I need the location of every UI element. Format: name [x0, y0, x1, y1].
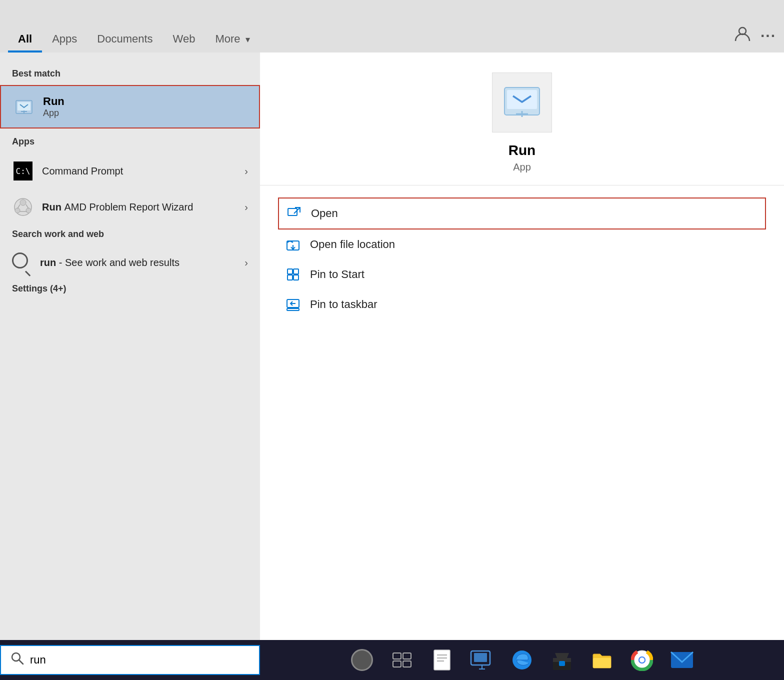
command-prompt-arrow: ›	[244, 166, 248, 177]
tab-documents[interactable]: Documents	[87, 26, 162, 52]
pin-to-taskbar-label: Pin to taskbar	[310, 298, 378, 311]
amd-wizard-label: Run Run AMD Problem Report WizardAMD Pro…	[42, 202, 244, 213]
svg-point-8	[26, 208, 31, 213]
best-match-title: Run	[43, 95, 64, 108]
network-monitor-icon[interactable]	[469, 647, 495, 673]
svg-rect-29	[393, 653, 401, 659]
more-options-button[interactable]: ···	[760, 28, 776, 44]
svg-point-7	[15, 208, 20, 213]
svg-rect-13	[507, 90, 537, 109]
run-app-title: Run	[284, 142, 760, 158]
search-web-icon	[12, 252, 32, 272]
open-icon	[285, 204, 303, 222]
apps-section-label: Apps	[0, 132, 260, 151]
run-icon-container	[284, 72, 760, 132]
list-item[interactable]: Run Run AMD Problem Report WizardAMD Pro…	[0, 189, 260, 225]
main-content: Best match Run App Ap	[0, 52, 784, 655]
run-icon-box	[492, 72, 552, 132]
svg-rect-46	[593, 658, 611, 668]
pin-to-taskbar-action[interactable]: Pin to taskbar	[284, 290, 760, 320]
open-file-location-icon	[284, 236, 302, 254]
file-explorer-icon[interactable]	[429, 647, 455, 673]
tab-bar: All Apps Documents Web More ▾ ···	[0, 0, 784, 52]
settings-label: Settings (4+)	[0, 280, 260, 298]
svg-rect-2	[18, 102, 30, 110]
taskbar-search-box[interactable]	[0, 645, 260, 675]
search-web-text: run - See work and web results	[40, 257, 244, 268]
search-web-label: Search work and web	[0, 225, 260, 244]
list-item[interactable]: run - See work and web results ›	[0, 246, 260, 280]
best-match-subtitle: App	[43, 108, 64, 118]
tab-apps[interactable]: Apps	[42, 26, 87, 52]
person-icon-button[interactable]	[734, 26, 750, 46]
svg-rect-20	[288, 269, 292, 274]
tab-more[interactable]: More ▾	[205, 26, 260, 52]
open-action[interactable]: Open	[278, 198, 766, 230]
tab-bar-right: ···	[734, 26, 776, 52]
svg-point-50	[640, 658, 644, 662]
task-view-icon[interactable]	[389, 647, 415, 673]
edge-browser-icon[interactable]	[509, 647, 535, 673]
run-app-icon-large	[502, 85, 542, 120]
left-panel: Best match Run App Ap	[0, 52, 260, 655]
pin-to-start-icon	[284, 266, 302, 284]
tab-all[interactable]: All	[8, 26, 42, 52]
amd-wizard-arrow: ›	[244, 202, 248, 213]
svg-point-6	[20, 200, 26, 206]
open-file-location-action[interactable]: Open file location	[284, 230, 760, 260]
taskbar-icons	[260, 647, 784, 673]
open-file-location-label: Open file location	[310, 238, 395, 251]
taskbar-search-icon	[11, 652, 24, 668]
pin-to-taskbar-icon	[284, 296, 302, 314]
best-match-item[interactable]: Run App	[0, 85, 260, 128]
command-prompt-icon: C:\	[12, 160, 34, 182]
svg-rect-30	[403, 653, 411, 659]
svg-rect-31	[393, 661, 401, 667]
chrome-icon[interactable]	[629, 647, 655, 673]
best-match-text: Run App	[43, 95, 64, 118]
pin-to-start-action[interactable]: Pin to Start	[284, 260, 760, 290]
taskbar-search-input[interactable]	[30, 654, 249, 666]
right-panel: Run App Open	[260, 52, 784, 655]
amd-wizard-icon	[12, 196, 34, 218]
best-match-label: Best match	[0, 64, 260, 83]
svg-rect-33	[434, 650, 450, 670]
svg-rect-38	[474, 653, 487, 662]
svg-rect-22	[288, 275, 292, 280]
more-dropdown-arrow: ▾	[246, 34, 250, 44]
divider	[260, 185, 784, 186]
run-app-subtitle: App	[284, 162, 760, 173]
svg-rect-25	[287, 308, 299, 310]
cortana-icon[interactable]	[349, 647, 375, 673]
search-web-arrow: ›	[244, 257, 248, 268]
open-label: Open	[311, 207, 338, 220]
taskbar	[0, 640, 784, 680]
svg-rect-23	[294, 275, 298, 280]
svg-line-28	[19, 660, 23, 664]
svg-rect-21	[294, 269, 298, 274]
pin-to-start-label: Pin to Start	[310, 268, 364, 281]
files-icon[interactable]	[589, 647, 615, 673]
store-icon[interactable]	[549, 647, 575, 673]
list-item[interactable]: C:\ Command Prompt ›	[0, 153, 260, 189]
run-app-icon-small	[13, 96, 35, 118]
tab-bar-left: All Apps Documents Web More ▾	[8, 26, 260, 52]
tab-web[interactable]: Web	[163, 26, 206, 52]
mail-icon[interactable]	[669, 647, 695, 673]
svg-rect-45	[559, 661, 565, 666]
command-prompt-label: Command Prompt	[42, 166, 244, 177]
svg-rect-32	[403, 661, 411, 667]
